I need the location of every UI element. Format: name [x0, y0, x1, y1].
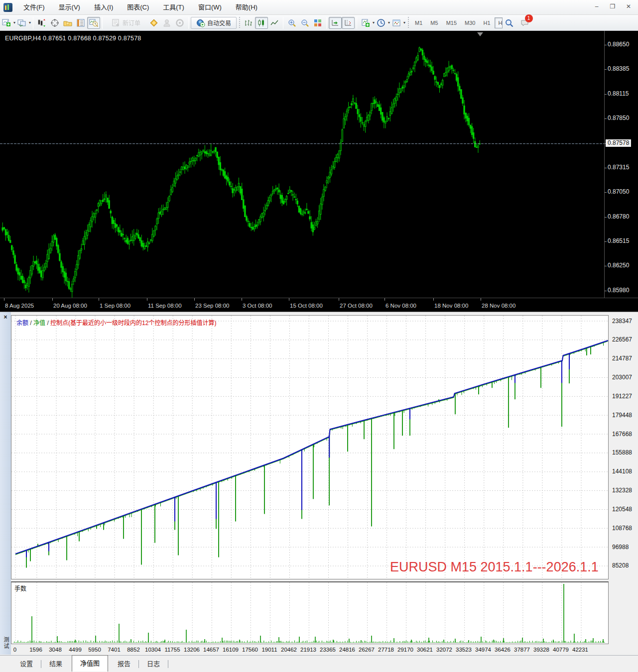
menu-item-1[interactable]: 显示(V) — [52, 0, 87, 15]
menu-item-2[interactable]: 插入(I) — [87, 0, 120, 15]
menu-item-0[interactable]: 文件(F) — [16, 0, 52, 15]
test-range-watermark: EURUSD M15 2015.1.1---2026.1.1 — [390, 560, 599, 575]
profiles-button[interactable] — [15, 17, 28, 29]
trade-axis-label: 39328 — [533, 647, 549, 653]
trade-axis-label: 17560 — [242, 647, 258, 653]
zoom-out-button[interactable] — [298, 17, 311, 29]
optimization-button-icon — [175, 18, 184, 27]
notifications-button[interactable]: 1 — [518, 17, 531, 29]
equity-axis-label: 191227 — [612, 393, 632, 400]
trade-axis-label: 33523 — [456, 647, 472, 653]
menu-item-4[interactable]: 工具(T) — [156, 0, 191, 15]
lot-size-chart[interactable]: 手数 — [11, 581, 609, 644]
trade-axis-label: 11755 — [164, 647, 180, 653]
indicators-button[interactable] — [359, 17, 372, 29]
dropdown-arrow-icon[interactable]: ▾ — [29, 20, 31, 25]
trade-axis-label: 16109 — [223, 647, 239, 653]
strategy-tester-button[interactable] — [87, 17, 100, 29]
tab-separator — [168, 660, 168, 668]
price-tick — [605, 45, 607, 45]
toolbar-drag-handle — [238, 17, 241, 29]
indicators-button-icon — [361, 18, 370, 27]
price-tick — [605, 168, 607, 168]
timeframe-M5[interactable]: M5 — [426, 17, 442, 28]
timeframe-M15[interactable]: M15 — [442, 17, 461, 28]
restore-button[interactable]: ❐ — [606, 1, 619, 11]
candlestick-type-button[interactable] — [255, 17, 268, 29]
data-window-button[interactable] — [74, 17, 87, 29]
trade-axis-label: 0 — [13, 647, 16, 653]
equity-chart[interactable]: 余额 / 净值 / 控制点(基于最近的小一级时段内的12个控制点的分形插值计算)… — [11, 315, 609, 579]
dropdown-arrow-icon[interactable]: ▾ — [403, 20, 405, 25]
date-axis-label: 18 Nov 08:00 — [434, 303, 468, 309]
tab-净值图[interactable]: 净值图 — [72, 655, 108, 672]
line-chart-type-button[interactable] — [268, 17, 281, 29]
expert-advisor-button[interactable] — [160, 17, 173, 29]
date-axis-label: 6 Nov 08:00 — [385, 303, 416, 309]
date-axis-tick — [481, 298, 481, 301]
new-order-button[interactable]: 新订单 — [105, 17, 147, 29]
trade-axis-label: 36426 — [495, 647, 510, 653]
date-axis-tick — [194, 298, 195, 301]
templates-button[interactable] — [390, 17, 403, 29]
date-axis-label: 8 Aug 2025 — [5, 303, 34, 309]
symbol-ohlc-readout: EURGBP,H4 0.87651 0.87668 0.87529 0.8757… — [5, 35, 141, 42]
close-button[interactable]: ✕ — [622, 1, 635, 11]
tile-windows-button-icon — [313, 18, 322, 27]
trade-count-axis: 0159630484499595074018852103041175513206… — [11, 645, 638, 655]
new-chart-button[interactable] — [0, 17, 13, 29]
minimize-button[interactable]: – — [590, 1, 603, 11]
search-button[interactable] — [503, 17, 515, 29]
auto-scroll-button[interactable] — [329, 17, 342, 29]
timeframe-partial[interactable]: H — [495, 17, 503, 28]
date-axis-tick — [384, 298, 385, 301]
tile-windows-button[interactable] — [311, 17, 324, 29]
trade-axis-label: 42231 — [572, 647, 588, 653]
price-axis-label: 0.88385 — [608, 65, 629, 72]
price-axis-label: 0.87315 — [608, 164, 629, 171]
timeframe-M1[interactable]: M1 — [411, 17, 426, 28]
price-axis-label: 0.85980 — [608, 287, 629, 294]
menu-item-5[interactable]: 窗口(W) — [191, 0, 229, 15]
tab-日志[interactable]: 日志 — [140, 657, 167, 671]
chart-shift-button[interactable] — [342, 17, 355, 29]
chart-shift-marker-icon[interactable] — [477, 32, 483, 36]
crosshair-button[interactable] — [48, 17, 61, 29]
trade-axis-label: 40779 — [553, 647, 569, 653]
price-axis[interactable]: 0.886500.883850.881150.878500.875780.873… — [604, 31, 638, 298]
templates-button-icon — [392, 18, 401, 27]
equity-axis-label: 85208 — [612, 562, 629, 569]
metaeditor-button[interactable] — [147, 17, 160, 29]
periods-button[interactable] — [375, 17, 387, 29]
date-axis-tick — [289, 298, 289, 301]
date-axis-label: 11 Sep 08:00 — [148, 303, 182, 309]
notification-badge: 1 — [525, 14, 533, 22]
bar-chart-type-button[interactable] — [242, 17, 255, 29]
trade-axis-label: 19011 — [261, 647, 277, 653]
tab-结果[interactable]: 结果 — [42, 657, 69, 671]
menu-item-6[interactable]: 帮助(H) — [229, 0, 264, 15]
legend-separator: / — [28, 320, 33, 327]
autotrading-button[interactable]: 自动交易 — [191, 17, 237, 29]
market-watch-button[interactable] — [35, 17, 48, 29]
tester-close-icon[interactable]: × — [1, 314, 9, 322]
tab-设置[interactable]: 设置 — [13, 657, 40, 671]
price-tick — [605, 192, 607, 193]
price-tick — [605, 217, 607, 218]
timeframe-M30[interactable]: M30 — [461, 17, 479, 28]
date-axis[interactable]: 8 Aug 202520 Aug 08:001 Sep 08:0011 Sep … — [0, 298, 638, 312]
trade-axis-label: 13206 — [184, 647, 200, 653]
date-axis-label: 27 Oct 08:00 — [340, 303, 373, 309]
timeframe-H1[interactable]: H1 — [479, 17, 494, 28]
trade-axis-label: 10304 — [145, 647, 161, 653]
favorites-button[interactable] — [61, 17, 74, 29]
optimization-button[interactable] — [173, 17, 186, 29]
date-axis-label: 1 Sep 08:00 — [100, 303, 130, 309]
candlestick-chart[interactable] — [0, 31, 604, 298]
zoom-in-button[interactable] — [285, 17, 298, 29]
toolbar-separator — [188, 17, 189, 29]
menu-item-3[interactable]: 图表(C) — [120, 0, 156, 15]
equity-axis-label: 108768 — [612, 525, 632, 532]
price-tick — [605, 291, 607, 291]
tab-报告[interactable]: 报告 — [111, 657, 137, 671]
